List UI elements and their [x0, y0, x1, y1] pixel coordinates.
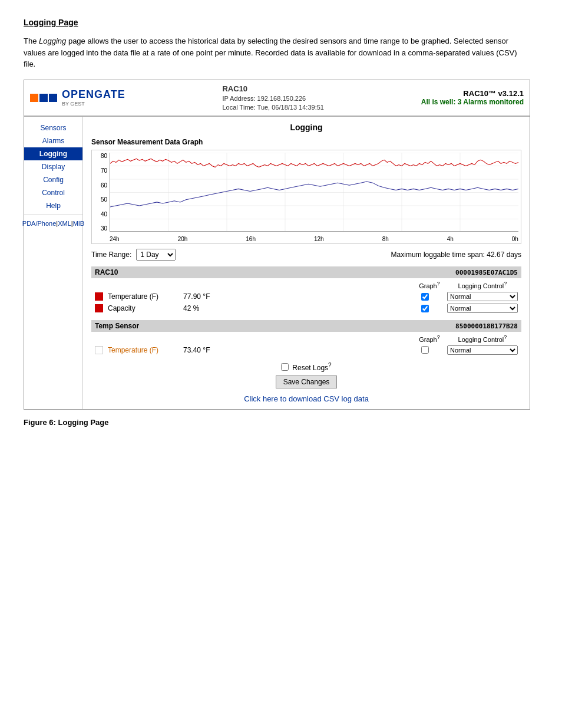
- x-label-0h: 0h: [512, 236, 518, 242]
- sensor-device-name-rac10: RAC10: [95, 268, 118, 276]
- time-range-row: Time Range: 1 Day 2 Days 3 Days 1 Week M…: [91, 249, 521, 261]
- sensor-col-headers-rac10: Graph? Logging Control?: [91, 279, 521, 291]
- sidebar-item-control[interactable]: Control: [24, 186, 82, 199]
- header-ip: IP Address: 192.168.150.226: [222, 94, 323, 103]
- col-header-graph-rac10: Graph?: [412, 281, 447, 289]
- sensor-section-rac10: RAC10 00001985E07AC1D5 Graph? Logging Co…: [91, 266, 521, 314]
- col-header-graph-ts: Graph?: [412, 334, 447, 343]
- sensor-logging-capacity-rac10: Normal High Low: [447, 304, 518, 313]
- reset-logs-checkbox[interactable]: [281, 363, 289, 371]
- sidebar-item-config[interactable]: Config: [24, 173, 82, 186]
- logging-select-temp-ts[interactable]: Normal High Low: [447, 345, 518, 355]
- sensor-row-capacity-rac10: Capacity 42 % Normal High Low: [91, 302, 521, 314]
- rac-header: OPENGATE BY GEST RAC10 IP Address: 192.1…: [24, 80, 530, 117]
- sensor-row-temp-ts: Temperature (F) 73.40 °F Normal High Low: [91, 344, 521, 356]
- logging-select-capacity-rac10[interactable]: Normal High Low: [447, 304, 518, 313]
- time-range-label: Time Range:: [91, 251, 131, 259]
- graph-section-title: Sensor Measurement Data Graph: [91, 138, 521, 146]
- reset-logs-row: Reset Logs?: [281, 362, 331, 372]
- sensor-color-capacity-rac10: [95, 304, 103, 312]
- csv-download-link[interactable]: Click here to download CSV log data: [91, 394, 521, 403]
- sensor-color-temp-rac10: [95, 292, 103, 301]
- sidebar-item-help[interactable]: Help: [24, 199, 82, 212]
- sidebar-divider: [24, 215, 82, 215]
- main-content: Logging Sensor Measurement Data Graph 80…: [83, 117, 530, 409]
- sensor-graph-check-temp-ts[interactable]: [407, 346, 442, 354]
- sidebar-item-display[interactable]: Display: [24, 160, 82, 173]
- sidebar-links: PDA/Phone | XML | MIB: [24, 218, 82, 229]
- y-label-30: 30: [92, 225, 107, 232]
- sidebar: Sensors Alarms Logging Display Config Co…: [24, 117, 83, 409]
- sidebar-item-alarms[interactable]: Alarms: [24, 134, 82, 147]
- logo-blocks: [30, 94, 57, 102]
- logo-block-3: [49, 94, 57, 102]
- sensor-device-name-tempsensor: Temp Sensor: [95, 322, 139, 330]
- x-label-24h: 24h: [110, 236, 120, 242]
- header-status: All is well: 3 Alarms monitored: [421, 98, 524, 106]
- buttons-area: Reset Logs? Save Changes: [91, 362, 521, 388]
- header-version: RAC10™ v3.12.1: [421, 89, 524, 98]
- device-name: RAC10: [222, 84, 323, 94]
- sidebar-link-xml[interactable]: XML: [58, 220, 71, 227]
- sensor-graph-check-temp-rac10[interactable]: [407, 293, 442, 301]
- page-title: Logging Page: [24, 18, 538, 27]
- reset-logs-label: Reset Logs?: [292, 362, 331, 372]
- y-label-80: 80: [92, 153, 107, 159]
- y-label-60: 60: [92, 182, 107, 189]
- sensor-header-tempsensor: Temp Sensor 850000018B177B28: [91, 320, 521, 332]
- logo-area: OPENGATE BY GEST: [30, 88, 125, 107]
- col-header-logging-ts: Logging Control?: [447, 334, 518, 343]
- logging-select-temp-rac10[interactable]: Normal High Low: [447, 292, 518, 301]
- y-label-40: 40: [92, 211, 107, 218]
- sensor-logging-temp-ts: Normal High Low: [447, 345, 518, 355]
- sensor-col-headers-tempsensor: Graph? Logging Control?: [91, 333, 521, 344]
- sensor-section-tempsensor: Temp Sensor 850000018B177B28 Graph? Logg…: [91, 320, 521, 356]
- y-axis-labels: 80 70 60 50 40 30: [92, 153, 108, 232]
- x-label-8h: 8h: [382, 236, 389, 242]
- y-label-50: 50: [92, 196, 107, 203]
- x-label-12h: 12h: [314, 236, 324, 242]
- sensor-row-temp-rac10: Temperature (F) 77.90 °F Normal High Low: [91, 291, 521, 302]
- intro-paragraph: The Logging page allows the user to acce…: [24, 35, 530, 70]
- sensor-name-capacity-rac10: Capacity: [108, 304, 178, 312]
- sensor-value-temp-rac10: 77.90 °F: [183, 292, 230, 301]
- sensor-name-temp-ts: Temperature (F): [108, 346, 178, 354]
- header-right: RAC10™ v3.12.1 All is well: 3 Alarms mon…: [421, 89, 524, 106]
- graph-container: 80 70 60 50 40 30: [91, 150, 521, 244]
- graph-checkbox-temp-rac10[interactable]: [421, 293, 429, 301]
- logo-sub: BY GEST: [62, 101, 125, 107]
- time-range-select[interactable]: 1 Day 2 Days 3 Days 1 Week: [136, 249, 176, 261]
- sensor-graph-check-capacity-rac10[interactable]: [407, 305, 442, 312]
- logo-block-1: [30, 94, 38, 102]
- sidebar-link-pda[interactable]: PDA/Phone: [22, 220, 56, 227]
- logo-block-2: [39, 94, 48, 102]
- col-header-logging-rac10: Logging Control?: [447, 281, 518, 289]
- rac-body: Sensors Alarms Logging Display Config Co…: [24, 117, 530, 409]
- y-label-70: 70: [92, 167, 107, 174]
- graph-svg: [110, 153, 518, 231]
- sensor-color-temp-ts: [95, 346, 103, 354]
- figure-caption: Figure 6: Logging Page: [24, 418, 538, 427]
- sensor-logging-temp-rac10: Normal High Low: [447, 292, 518, 301]
- rac-frame: OPENGATE BY GEST RAC10 IP Address: 192.1…: [24, 80, 530, 410]
- graph-checkbox-temp-ts[interactable]: [421, 346, 429, 354]
- sensor-device-id-tempsensor: 850000018B177B28: [455, 322, 518, 330]
- x-label-20h: 20h: [178, 236, 188, 242]
- max-loggable-label: Maximum loggable time span: 42.67 days: [391, 251, 521, 259]
- sidebar-item-logging[interactable]: Logging: [24, 147, 82, 160]
- x-label-4h: 4h: [447, 236, 454, 242]
- header-info: RAC10 IP Address: 192.168.150.226 Local …: [222, 84, 323, 113]
- sidebar-item-sensors[interactable]: Sensors: [24, 121, 82, 134]
- section-title: Logging: [91, 123, 521, 132]
- graph-area: [110, 153, 518, 232]
- x-axis-labels: 24h 20h 16h 12h 8h 4h 0h: [110, 236, 518, 242]
- graph-checkbox-capacity-rac10[interactable]: [421, 305, 429, 312]
- header-time: Local Time: Tue, 06/18/13 14:39:51: [222, 103, 323, 112]
- x-label-16h: 16h: [246, 236, 256, 242]
- save-changes-button[interactable]: Save Changes: [276, 375, 338, 388]
- logo-text: OPENGATE BY GEST: [62, 88, 125, 107]
- sensor-value-capacity-rac10: 42 %: [183, 304, 230, 312]
- sensor-value-temp-ts: 73.40 °F: [183, 346, 230, 354]
- sensor-header-rac10: RAC10 00001985E07AC1D5: [91, 266, 521, 278]
- sensor-name-temp-rac10: Temperature (F): [108, 292, 178, 301]
